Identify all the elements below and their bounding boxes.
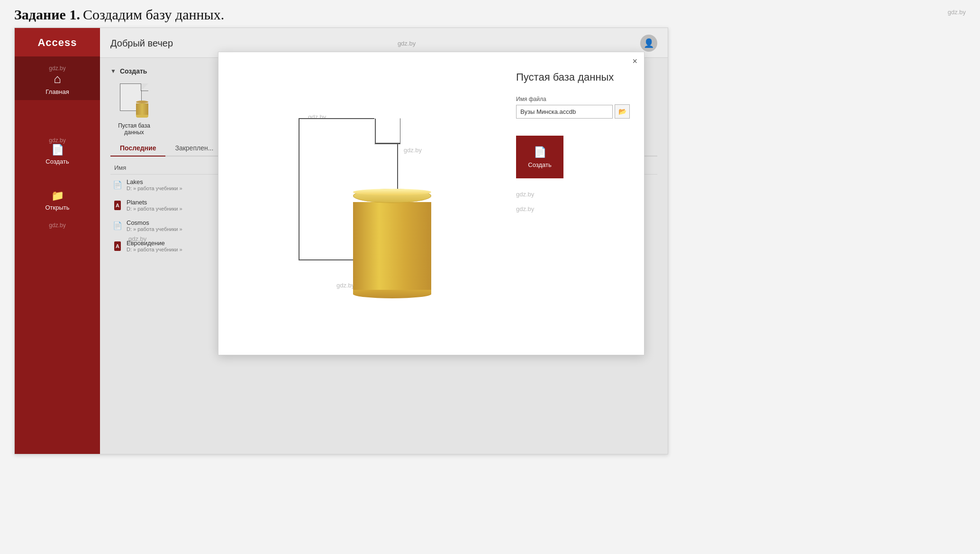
open-icon: 📁: [51, 190, 64, 202]
modal-title: Пустая база данных: [516, 71, 630, 83]
modal-dialog: ×: [218, 52, 644, 355]
sidebar: Access gdz.by ⌂ Главная gdz.by 📄 Создать…: [15, 28, 100, 454]
modal-illustration: gdz.by gdz.by gdz.by gdz.by: [218, 52, 502, 355]
create-btn-icon: 📄: [534, 146, 546, 158]
sidebar-item-home[interactable]: gdz.by ⌂ Главная: [15, 56, 100, 100]
modal-wm-2: gdz.by: [404, 147, 422, 154]
modal-wm-4: gdz.by: [336, 282, 354, 289]
sidebar-open-label: Открыть: [45, 204, 69, 211]
home-icon: ⌂: [54, 72, 61, 86]
sidebar-home-watermark: gdz.by: [49, 65, 65, 72]
folder-browse-icon: 📂: [618, 108, 626, 115]
page-title-bold: Задание 1.: [14, 7, 80, 23]
modal-info-wm2: gdz.by: [516, 205, 630, 212]
modal-filename-label: Имя файла: [516, 96, 630, 102]
modal-create-button[interactable]: 📄 Создать: [516, 136, 563, 178]
create-icon: 📄: [51, 144, 64, 156]
modal-input-row: 📂: [516, 104, 630, 119]
modal-filename-input[interactable]: [516, 105, 613, 119]
page-title-normal: Создадим базу данных.: [83, 7, 224, 23]
sidebar-extra-watermark: gdz.by: [49, 222, 65, 229]
modal-info: Пустая база данных Имя файла 📂 📄 Создать: [502, 52, 644, 355]
modal-browse-button[interactable]: 📂: [615, 104, 630, 119]
modal-overlay: ×: [100, 28, 668, 454]
main-content: Добрый вечер gdz.by 👤 ▼ Создать: [100, 28, 668, 454]
top-right-watermark: gdz.by: [948, 9, 966, 16]
app-name-label: Access: [15, 28, 100, 56]
sidebar-item-create[interactable]: gdz.by 📄 Создать: [15, 129, 100, 170]
modal-close-button[interactable]: ×: [632, 57, 637, 65]
modal-info-wm: gdz.by: [516, 191, 630, 198]
create-btn-label: Создать: [528, 161, 551, 168]
sidebar-create-watermark: gdz.by: [49, 137, 65, 144]
sidebar-item-open[interactable]: 📁 Открыть: [15, 184, 100, 216]
app-window: Access gdz.by ⌂ Главная gdz.by 📄 Создать…: [14, 28, 668, 454]
sidebar-create-label: Создать: [45, 158, 69, 165]
sidebar-home-label: Главная: [45, 88, 69, 95]
